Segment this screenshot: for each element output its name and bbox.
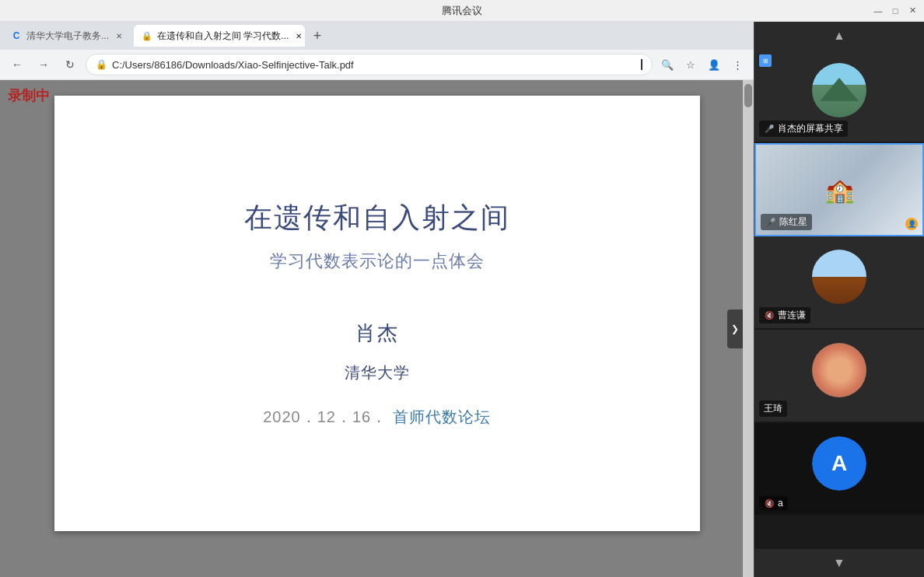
pdf-forum-text: 首师代数论坛	[393, 408, 491, 425]
participant5-mic-icon: 🔇	[764, 498, 775, 509]
participant1-mic-icon: 🎤	[764, 124, 775, 135]
participant2-indicator: 👤	[905, 218, 918, 230]
address-text: C:/Users/86186/Downloads/Xiao-Selfinject…	[112, 59, 636, 71]
recording-watermark: 录制中	[8, 86, 50, 105]
participant4-name: 王琦	[764, 402, 782, 415]
tab2-label: 在遗传和自入射之间 学习代数...	[157, 30, 289, 43]
title-bar: 腾讯会议 — □ ✕	[0, 0, 924, 22]
chevron-right-icon: ❯	[731, 323, 739, 334]
participant5-avatar-letter: A	[831, 451, 847, 476]
pdf-date-text: 2020．12．16．	[263, 408, 387, 425]
address-lock-icon: 🔒	[96, 59, 107, 70]
browser-area: C 清华大学电子教务... ✕ 🔒 在遗传和自入射之间 学习代数... ✕ + …	[0, 22, 754, 577]
tab1-label: 清华大学电子教务...	[26, 30, 109, 43]
participant2-name: 陈红星	[779, 215, 807, 229]
bookmark-button[interactable]: ☆	[681, 54, 701, 75]
pdf-scrollbar[interactable]	[743, 80, 754, 577]
tab2-close-icon[interactable]: ✕	[293, 30, 304, 41]
participant-card-3: 🔇 曹连谦	[754, 236, 924, 330]
close-button[interactable]: ✕	[907, 5, 918, 16]
address-bar[interactable]: 🔒 C:/Users/86186/Downloads/Xiao-Selfinje…	[86, 54, 653, 75]
participants-list: ⊞ 🎤 肖杰的屏幕共享 🏫 🎤 陈红星 👤	[754, 50, 924, 549]
panel-collapse-button[interactable]: ❯	[727, 309, 743, 348]
share-indicator: ⊞	[763, 58, 768, 65]
pdf-title: 在遗传和自入射之间	[244, 199, 510, 237]
tab1-close-icon[interactable]: ✕	[114, 30, 124, 41]
participant-card-2: 🏫 🎤 陈红星 👤	[754, 143, 924, 236]
browser-tab-2[interactable]: 🔒 在遗传和自入射之间 学习代数... ✕	[134, 25, 305, 47]
search-icon-btn[interactable]: 🔍	[657, 54, 677, 75]
participant2-mic-icon: 🎤	[765, 217, 776, 228]
participant-card-1: ⊞ 🎤 肖杰的屏幕共享	[754, 50, 924, 143]
pdf-content-area: 录制中 ❯ 在遗传和自入射之间 学习代数表示论的一点体会 肖杰 清华大学 202…	[0, 80, 754, 577]
nav-bar: ← → ↻ 🔒 C:/Users/86186/Downloads/Xiao-Se…	[0, 50, 754, 79]
pdf-subtitle: 学习代数表示论的一点体会	[270, 250, 485, 273]
pdf-affiliation: 清华大学	[345, 362, 410, 383]
participant1-name: 肖杰的屏幕共享	[778, 122, 843, 135]
profile-button[interactable]: 👤	[704, 54, 724, 75]
tab-bar: C 清华大学电子教务... ✕ 🔒 在遗传和自入射之间 学习代数... ✕ +	[0, 22, 754, 50]
scroll-up-button[interactable]: ▲	[754, 22, 924, 50]
new-tab-button[interactable]: +	[306, 25, 328, 47]
maximize-button[interactable]: □	[890, 5, 901, 16]
participant5-avatar-circle: A	[812, 436, 866, 491]
participant3-mic-icon: 🔇	[764, 310, 775, 321]
right-panel: ▲ ⊞ 🎤 肖杰的屏幕共享 🏫	[754, 22, 924, 577]
nav-refresh-button[interactable]: ↻	[59, 54, 81, 75]
browser-chrome: C 清华大学电子教务... ✕ 🔒 在遗传和自入射之间 学习代数... ✕ + …	[0, 22, 754, 80]
app-title: 腾讯会议	[442, 4, 482, 18]
scroll-down-button[interactable]: ▼	[754, 549, 924, 577]
participant3-name: 曹连谦	[778, 309, 806, 322]
nav-forward-button[interactable]: →	[33, 54, 54, 75]
minimize-button[interactable]: —	[873, 5, 884, 16]
share-icon: ⊞	[759, 54, 772, 67]
mouse-cursor-indicator	[641, 59, 642, 70]
participant5-name: a	[778, 498, 783, 509]
browser-tab-1[interactable]: C 清华大学电子教务... ✕	[3, 25, 132, 47]
nav-back-button[interactable]: ←	[6, 54, 28, 75]
pdf-date: 2020．12．16． 首师代数论坛	[263, 407, 491, 428]
tab1-favicon: C	[11, 30, 22, 41]
pdf-page: 在遗传和自入射之间 学习代数表示论的一点体会 肖杰 清华大学 2020．12．1…	[54, 96, 700, 531]
tab2-favicon: 🔒	[142, 30, 152, 41]
more-menu-button[interactable]: ⋮	[727, 54, 747, 75]
pdf-scroll-thumb[interactable]	[744, 84, 752, 107]
pdf-author: 肖杰	[355, 320, 399, 347]
participant-card-4: 王琦	[754, 330, 924, 423]
participant-card-5: A 🔇 a	[754, 423, 924, 516]
